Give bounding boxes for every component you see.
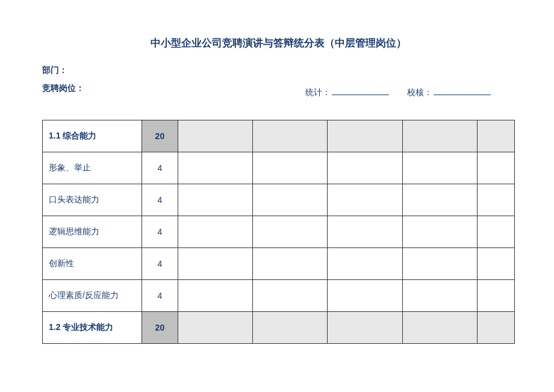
- blank-cell: [178, 120, 252, 152]
- row-label: 口头表达能力: [43, 184, 142, 216]
- blank-cell: [478, 184, 515, 216]
- blank-cell: [402, 248, 477, 280]
- blank-cell: [478, 248, 515, 280]
- blank-cell: [478, 152, 515, 184]
- document-title: 中小型企业公司竞聘演讲与答辩统分表（中层管理岗位）: [42, 36, 515, 50]
- row-score: 4: [142, 184, 178, 216]
- table-row: 心理素质/反应能力4: [43, 280, 515, 312]
- statistics-underline: [332, 95, 389, 95]
- row-label: 1.1 综合能力: [43, 120, 142, 152]
- blank-cell: [328, 184, 402, 216]
- check-underline: [434, 95, 491, 95]
- blank-cell: [402, 120, 477, 152]
- blank-cell: [328, 216, 402, 248]
- blank-cell: [328, 280, 402, 312]
- score-table: 1.1 综合能力20形象、举止4口头表达能力4逻辑思维能力4创新性4心理素质/反…: [42, 120, 515, 344]
- table-row: 1.1 综合能力20: [43, 120, 515, 152]
- blank-cell: [178, 152, 252, 184]
- department-label: 部门：: [42, 65, 515, 76]
- table-row: 逻辑思维能力4: [43, 216, 515, 248]
- row-label: 心理素质/反应能力: [43, 280, 142, 312]
- blank-cell: [178, 184, 252, 216]
- blank-cell: [178, 280, 252, 312]
- row-label: 逻辑思维能力: [43, 216, 142, 248]
- blank-cell: [253, 248, 328, 280]
- row-label: 1.2 专业技术能力: [43, 312, 142, 344]
- blank-cell: [253, 120, 328, 152]
- blank-cell: [402, 280, 477, 312]
- blank-cell: [402, 184, 477, 216]
- row-score: 20: [142, 312, 178, 344]
- row-score: 20: [142, 120, 178, 152]
- blank-cell: [253, 280, 328, 312]
- table-row: 1.2 专业技术能力20: [43, 312, 515, 344]
- table-row: 创新性4: [43, 248, 515, 280]
- blank-cell: [253, 312, 328, 344]
- blank-cell: [478, 280, 515, 312]
- row-score: 4: [142, 216, 178, 248]
- blank-cell: [478, 312, 515, 344]
- blank-cell: [328, 120, 402, 152]
- blank-cell: [328, 312, 402, 344]
- table-row: 口头表达能力4: [43, 184, 515, 216]
- blank-cell: [328, 248, 402, 280]
- row-score: 4: [142, 248, 178, 280]
- check-label: 校核：: [407, 87, 432, 98]
- blank-cell: [178, 312, 252, 344]
- statistics-field: 统计：: [305, 87, 389, 98]
- blank-cell: [478, 216, 515, 248]
- check-field: 校核：: [407, 87, 491, 98]
- row-label: 创新性: [43, 248, 142, 280]
- signature-row: 统计： 校核：: [42, 87, 515, 98]
- row-score: 4: [142, 280, 178, 312]
- blank-cell: [402, 216, 477, 248]
- blank-cell: [478, 120, 515, 152]
- blank-cell: [402, 152, 477, 184]
- blank-cell: [178, 248, 252, 280]
- blank-cell: [253, 152, 328, 184]
- blank-cell: [402, 312, 477, 344]
- row-label: 形象、举止: [43, 152, 142, 184]
- row-score: 4: [142, 152, 178, 184]
- blank-cell: [178, 216, 252, 248]
- blank-cell: [328, 152, 402, 184]
- statistics-label: 统计：: [305, 87, 331, 98]
- blank-cell: [253, 184, 328, 216]
- table-row: 形象、举止4: [43, 152, 515, 184]
- blank-cell: [253, 216, 328, 248]
